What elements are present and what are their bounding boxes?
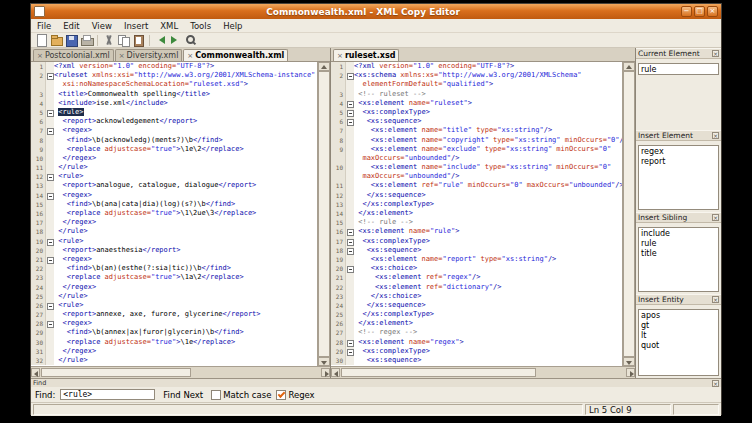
code-line[interactable]: 24 </regex> [31, 283, 317, 292]
code-line[interactable]: maxOccurs="unbounded"/> [331, 154, 622, 163]
tab-diversity.xml[interactable]: ×Diversity.xml [115, 49, 183, 61]
list-item[interactable]: title [641, 249, 716, 259]
code-line[interactable]: 23 <replace adjustcase="true">\1a\2</rep… [31, 273, 317, 282]
fold-marker-icon[interactable] [346, 108, 354, 117]
code-line[interactable]: 3 <title>Commonwealth spelling</title> [31, 90, 317, 99]
tab-ruleset.xsd[interactable]: ×ruleset.xsd [333, 49, 399, 61]
scroll-right-icon[interactable] [321, 368, 330, 377]
code-line[interactable]: 12 <rule> [31, 172, 317, 181]
code-line[interactable]: 12 </xs:sequence> [331, 191, 622, 200]
code-line[interactable]: 25 </rule> [31, 292, 317, 301]
code-line[interactable]: 30 <xs:sequence> [331, 356, 622, 365]
fold-marker-icon[interactable] [46, 191, 54, 200]
close-tab-icon[interactable]: × [37, 52, 43, 60]
fold-marker-icon[interactable] [346, 264, 354, 273]
code-line[interactable]: 2<xs:schema xmlns:xs="http://www.w3.org/… [331, 71, 622, 80]
fold-marker-icon[interactable] [46, 172, 54, 181]
code-line[interactable]: 3 <!-- ruleset --> [331, 90, 622, 99]
close-tab-icon[interactable]: × [187, 52, 193, 60]
left-editor[interactable]: 1<?xml version="1.0" encoding="UTF-8"?>2… [31, 62, 330, 366]
code-line[interactable]: 17 </regex> [31, 218, 317, 227]
scroll-thumb[interactable] [318, 71, 330, 357]
code-line[interactable]: 15 <find>\b(ana|cata|dia)(log)(s?)\b</fi… [31, 200, 317, 209]
scroll-thumb[interactable] [41, 368, 191, 377]
close-button-icon[interactable] [707, 6, 718, 17]
code-line[interactable]: 7 <regex> [31, 126, 317, 135]
scroll-left-icon[interactable] [31, 368, 40, 377]
code-line[interactable]: maxOccurs="unbounded"/> [331, 172, 622, 181]
code-line[interactable]: 17 <xs:complexType> [331, 237, 622, 246]
menu-tools[interactable]: Tools [184, 21, 217, 31]
new-icon[interactable] [35, 34, 48, 46]
fold-marker-icon[interactable] [46, 255, 54, 264]
code-line[interactable]: 4 <xs:element name="ruleset"> [331, 99, 622, 108]
code-line[interactable]: 21 <xs:element ref="regex"/> [331, 273, 622, 282]
left-horizontal-scrollbar[interactable] [31, 366, 330, 378]
fold-marker-icon[interactable] [46, 237, 54, 246]
code-line[interactable]: 19 <xs:element name="report" type="xs:st… [331, 255, 622, 264]
panel-close-icon[interactable]: × [712, 296, 719, 303]
code-line[interactable]: 26 </xs:element> [331, 319, 622, 328]
panel-close-icon[interactable]: × [712, 50, 719, 57]
regex-checkbox[interactable] [276, 390, 286, 400]
code-line[interactable]: 27 <!-- regex --> [331, 328, 622, 337]
scroll-thumb[interactable] [623, 71, 635, 357]
copy-icon[interactable] [117, 34, 130, 46]
list-item[interactable]: rule [641, 239, 716, 249]
code-line[interactable]: 31 </regex> [31, 347, 317, 356]
maximize-button-icon[interactable] [694, 6, 705, 17]
code-line[interactable]: 5 <rule> [31, 108, 317, 117]
menu-xml[interactable]: XML [154, 21, 184, 31]
code-line[interactable]: 7 <xs:element name="title" type="xs:stri… [331, 126, 622, 135]
current-element-input[interactable] [638, 63, 719, 75]
panel-close-icon[interactable]: × [712, 132, 719, 139]
code-line[interactable]: 4 <include>ise.xml</include> [31, 99, 317, 108]
code-line[interactable]: 1<?xml version="1.0" encoding="UTF-8"?> [31, 62, 317, 71]
fold-marker-icon[interactable] [346, 237, 354, 246]
code-line[interactable]: 5 <xs:complexType> [331, 108, 622, 117]
code-line[interactable]: 26 <rule> [31, 301, 317, 310]
code-line[interactable]: 25 </xs:complexType> [331, 310, 622, 319]
code-line[interactable]: 13 </xs:complexType> [331, 200, 622, 209]
code-line[interactable]: 14 <regex> [31, 191, 317, 200]
fold-marker-icon[interactable] [46, 108, 54, 117]
code-line[interactable]: 1<?xml version="1.0" encoding="UTF-8"?> [331, 62, 622, 71]
tab-commonwealth.xml[interactable]: ×Commonwealth.xml [183, 49, 288, 61]
code-line[interactable]: 15 <!-- rule --> [331, 218, 622, 227]
print-icon[interactable] [80, 34, 93, 46]
close-tab-icon[interactable]: × [337, 52, 343, 60]
code-line[interactable]: 10 <xs:element name="include" type="xs:s… [331, 163, 622, 172]
menu-view[interactable]: View [86, 21, 118, 31]
fold-marker-icon[interactable] [346, 338, 354, 347]
code-line[interactable]: 14 </xs:element> [331, 209, 622, 218]
code-line[interactable]: 9 <replace adjustcase="true">\1e\2</repl… [31, 145, 317, 154]
code-line[interactable]: 19 <rule> [31, 237, 317, 246]
list-item[interactable]: quot [641, 341, 716, 351]
fold-marker-icon[interactable] [46, 301, 54, 310]
code-line[interactable]: 11 </rule> [31, 163, 317, 172]
list-item[interactable]: lt [641, 331, 716, 341]
find-input[interactable] [60, 389, 155, 400]
match-case-option[interactable]: Match case [211, 390, 271, 400]
paste-icon[interactable] [132, 34, 145, 46]
find-close-icon[interactable]: × [712, 380, 719, 387]
fold-marker-icon[interactable] [346, 347, 354, 356]
fold-marker-icon[interactable] [346, 99, 354, 108]
code-line[interactable]: 28 <xs:element name="regex"> [331, 338, 622, 347]
code-line[interactable]: 6 <report>acknowledgement</report> [31, 117, 317, 126]
save-icon[interactable] [65, 34, 78, 46]
scroll-thumb[interactable] [341, 368, 536, 377]
list-item[interactable]: gt [641, 321, 716, 331]
redo-icon[interactable] [169, 34, 182, 46]
scroll-down-icon[interactable] [623, 357, 635, 366]
code-line[interactable]: 22 <xs:element ref="dictionary"/> [331, 283, 622, 292]
code-line[interactable]: 16 <xs:element name="rule"> [331, 227, 622, 236]
minimize-button-icon[interactable] [681, 6, 692, 17]
code-line[interactable]: 11 <xs:element ref="rule" minOccurs="0" … [331, 181, 622, 190]
menu-edit[interactable]: Edit [57, 21, 85, 31]
list-item[interactable]: include [641, 229, 716, 239]
code-line[interactable]: 2<ruleset xmlns:xsi="http://www.w3.org/2… [31, 71, 317, 80]
code-line[interactable]: 8 <find>\b(acknowledg)(ments?)\b</find> [31, 136, 317, 145]
fold-marker-icon[interactable] [346, 227, 354, 236]
scroll-up-icon[interactable] [623, 62, 635, 71]
